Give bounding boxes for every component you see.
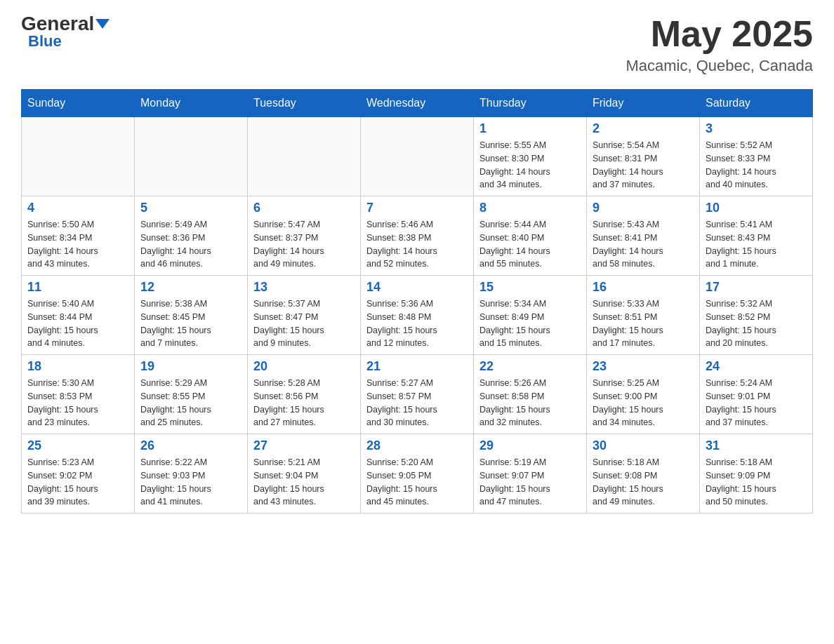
calendar-cell: 13Sunrise: 5:37 AM Sunset: 8:47 PM Dayli…	[248, 276, 361, 355]
day-number: 3	[706, 121, 807, 136]
day-number: 1	[479, 121, 581, 136]
weekday-header-friday: Friday	[587, 90, 700, 117]
calendar-cell: 20Sunrise: 5:28 AM Sunset: 8:56 PM Dayli…	[248, 355, 361, 434]
day-number: 24	[706, 359, 807, 374]
location-title: Macamic, Quebec, Canada	[626, 57, 813, 75]
weekday-header-tuesday: Tuesday	[248, 90, 361, 117]
day-number: 16	[593, 280, 694, 295]
day-info: Sunrise: 5:18 AM Sunset: 9:09 PM Dayligh…	[706, 456, 807, 509]
calendar-cell: 6Sunrise: 5:47 AM Sunset: 8:37 PM Daylig…	[248, 196, 361, 276]
calendar-cell: 1Sunrise: 5:55 AM Sunset: 8:30 PM Daylig…	[474, 117, 587, 196]
weekday-header-sunday: Sunday	[22, 90, 135, 117]
day-number: 25	[27, 438, 128, 453]
day-number: 19	[140, 359, 241, 374]
day-number: 15	[479, 280, 581, 295]
day-number: 23	[593, 359, 694, 374]
calendar-cell: 28Sunrise: 5:20 AM Sunset: 9:05 PM Dayli…	[361, 434, 474, 514]
calendar-cell: 5Sunrise: 5:49 AM Sunset: 8:36 PM Daylig…	[135, 196, 248, 276]
day-info: Sunrise: 5:29 AM Sunset: 8:55 PM Dayligh…	[140, 377, 241, 429]
calendar-week-2: 4Sunrise: 5:50 AM Sunset: 8:34 PM Daylig…	[22, 196, 813, 276]
weekday-header-wednesday: Wednesday	[361, 90, 474, 117]
day-info: Sunrise: 5:24 AM Sunset: 9:01 PM Dayligh…	[706, 377, 807, 429]
logo-general-line: General	[21, 14, 110, 34]
day-number: 9	[593, 201, 694, 215]
calendar-cell: 21Sunrise: 5:27 AM Sunset: 8:57 PM Dayli…	[361, 355, 474, 434]
day-info: Sunrise: 5:50 AM Sunset: 8:34 PM Dayligh…	[27, 218, 128, 271]
day-info: Sunrise: 5:47 AM Sunset: 8:37 PM Dayligh…	[253, 218, 355, 271]
day-info: Sunrise: 5:18 AM Sunset: 9:08 PM Dayligh…	[593, 456, 694, 509]
calendar-cell	[248, 117, 361, 196]
calendar-week-3: 11Sunrise: 5:40 AM Sunset: 8:44 PM Dayli…	[22, 276, 813, 355]
day-info: Sunrise: 5:28 AM Sunset: 8:56 PM Dayligh…	[253, 377, 355, 429]
day-number: 20	[253, 359, 355, 374]
day-number: 8	[479, 201, 581, 215]
calendar-cell: 9Sunrise: 5:43 AM Sunset: 8:41 PM Daylig…	[587, 196, 700, 276]
day-number: 28	[366, 438, 468, 453]
calendar-cell: 8Sunrise: 5:44 AM Sunset: 8:40 PM Daylig…	[474, 196, 587, 276]
day-number: 11	[27, 280, 128, 295]
page-header: General Blue May 2025 Macamic, Quebec, C…	[21, 14, 813, 75]
month-title: May 2025	[626, 14, 813, 54]
calendar-cell: 25Sunrise: 5:23 AM Sunset: 9:02 PM Dayli…	[22, 434, 135, 514]
logo-text-blue: Blue	[21, 32, 62, 51]
calendar-cell: 2Sunrise: 5:54 AM Sunset: 8:31 PM Daylig…	[587, 117, 700, 196]
day-number: 7	[366, 201, 468, 215]
calendar-week-1: 1Sunrise: 5:55 AM Sunset: 8:30 PM Daylig…	[22, 117, 813, 196]
calendar-cell: 24Sunrise: 5:24 AM Sunset: 9:01 PM Dayli…	[700, 355, 813, 434]
logo: General Blue	[21, 14, 110, 51]
day-info: Sunrise: 5:55 AM Sunset: 8:30 PM Dayligh…	[479, 139, 581, 192]
calendar-cell: 19Sunrise: 5:29 AM Sunset: 8:55 PM Dayli…	[135, 355, 248, 434]
calendar-cell: 14Sunrise: 5:36 AM Sunset: 8:48 PM Dayli…	[361, 276, 474, 355]
day-info: Sunrise: 5:34 AM Sunset: 8:49 PM Dayligh…	[479, 297, 581, 350]
calendar-cell: 26Sunrise: 5:22 AM Sunset: 9:03 PM Dayli…	[135, 434, 248, 514]
weekday-header-monday: Monday	[135, 90, 248, 117]
day-number: 4	[27, 201, 128, 215]
calendar-table: SundayMondayTuesdayWednesdayThursdayFrid…	[21, 89, 813, 514]
calendar-cell: 11Sunrise: 5:40 AM Sunset: 8:44 PM Dayli…	[22, 276, 135, 355]
calendar-cell: 30Sunrise: 5:18 AM Sunset: 9:08 PM Dayli…	[587, 434, 700, 514]
calendar-cell: 17Sunrise: 5:32 AM Sunset: 8:52 PM Dayli…	[700, 276, 813, 355]
day-number: 6	[253, 201, 355, 215]
calendar-cell: 3Sunrise: 5:52 AM Sunset: 8:33 PM Daylig…	[700, 117, 813, 196]
day-info: Sunrise: 5:30 AM Sunset: 8:53 PM Dayligh…	[27, 377, 128, 429]
day-info: Sunrise: 5:20 AM Sunset: 9:05 PM Dayligh…	[366, 456, 468, 509]
day-info: Sunrise: 5:54 AM Sunset: 8:31 PM Dayligh…	[593, 139, 694, 192]
day-info: Sunrise: 5:33 AM Sunset: 8:51 PM Dayligh…	[593, 297, 694, 350]
day-info: Sunrise: 5:37 AM Sunset: 8:47 PM Dayligh…	[253, 297, 355, 350]
day-info: Sunrise: 5:43 AM Sunset: 8:41 PM Dayligh…	[593, 218, 694, 271]
day-number: 30	[593, 438, 694, 453]
day-number: 29	[479, 438, 581, 453]
day-info: Sunrise: 5:38 AM Sunset: 8:45 PM Dayligh…	[140, 297, 241, 350]
day-number: 10	[706, 201, 807, 215]
calendar-cell: 10Sunrise: 5:41 AM Sunset: 8:43 PM Dayli…	[700, 196, 813, 276]
day-number: 18	[27, 359, 128, 374]
calendar-week-4: 18Sunrise: 5:30 AM Sunset: 8:53 PM Dayli…	[22, 355, 813, 434]
calendar-cell: 7Sunrise: 5:46 AM Sunset: 8:38 PM Daylig…	[361, 196, 474, 276]
day-number: 13	[253, 280, 355, 295]
calendar-cell: 15Sunrise: 5:34 AM Sunset: 8:49 PM Dayli…	[474, 276, 587, 355]
day-number: 12	[140, 280, 241, 295]
day-number: 26	[140, 438, 241, 453]
calendar-cell: 22Sunrise: 5:26 AM Sunset: 8:58 PM Dayli…	[474, 355, 587, 434]
day-info: Sunrise: 5:44 AM Sunset: 8:40 PM Dayligh…	[479, 218, 581, 271]
calendar-cell: 4Sunrise: 5:50 AM Sunset: 8:34 PM Daylig…	[22, 196, 135, 276]
day-info: Sunrise: 5:36 AM Sunset: 8:48 PM Dayligh…	[366, 297, 468, 350]
day-number: 2	[593, 121, 694, 136]
day-number: 27	[253, 438, 355, 453]
day-info: Sunrise: 5:40 AM Sunset: 8:44 PM Dayligh…	[27, 297, 128, 350]
day-info: Sunrise: 5:52 AM Sunset: 8:33 PM Dayligh…	[706, 139, 807, 192]
calendar-cell	[22, 117, 135, 196]
day-info: Sunrise: 5:49 AM Sunset: 8:36 PM Dayligh…	[140, 218, 241, 271]
calendar-cell: 29Sunrise: 5:19 AM Sunset: 9:07 PM Dayli…	[474, 434, 587, 514]
weekday-header-saturday: Saturday	[700, 90, 813, 117]
calendar-cell	[135, 117, 248, 196]
calendar-week-5: 25Sunrise: 5:23 AM Sunset: 9:02 PM Dayli…	[22, 434, 813, 514]
day-number: 22	[479, 359, 581, 374]
calendar-cell: 18Sunrise: 5:30 AM Sunset: 8:53 PM Dayli…	[22, 355, 135, 434]
day-info: Sunrise: 5:46 AM Sunset: 8:38 PM Dayligh…	[366, 218, 468, 271]
day-number: 31	[706, 438, 807, 453]
day-info: Sunrise: 5:25 AM Sunset: 9:00 PM Dayligh…	[593, 377, 694, 429]
title-area: May 2025 Macamic, Quebec, Canada	[626, 14, 813, 75]
day-info: Sunrise: 5:19 AM Sunset: 9:07 PM Dayligh…	[479, 456, 581, 509]
day-number: 5	[140, 201, 241, 215]
